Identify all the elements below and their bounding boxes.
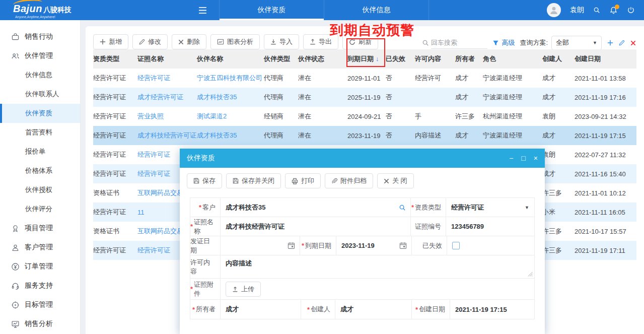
query-plan-select[interactable]: 全部 ▼ bbox=[551, 36, 602, 50]
qualification-type-select[interactable]: 经营许可证 ▼ bbox=[446, 198, 534, 217]
table-cell: 潜在 bbox=[298, 88, 347, 107]
table-cell: 代理商 bbox=[264, 69, 298, 88]
search-input[interactable] bbox=[431, 37, 487, 49]
customer-field[interactable]: 成才科技否35 bbox=[221, 198, 411, 217]
notifications-bell[interactable] bbox=[609, 6, 618, 15]
column-header[interactable]: 伙伴状态 bbox=[298, 49, 347, 69]
sidebar-item-14[interactable]: 目标管理 bbox=[0, 295, 80, 314]
sidebar-item-4[interactable]: 伙伴资质 bbox=[0, 104, 80, 123]
sidebar-item-label: 销售分析 bbox=[25, 319, 53, 328]
column-header[interactable]: 角色 bbox=[483, 49, 542, 69]
maximize-icon[interactable]: □ bbox=[521, 155, 525, 162]
column-header[interactable]: 资质类型 bbox=[93, 49, 137, 69]
calendar-icon[interactable] bbox=[288, 242, 295, 249]
global-search-icon[interactable] bbox=[593, 7, 600, 14]
column-header[interactable]: 所有者 bbox=[455, 49, 483, 69]
cert-name-field[interactable]: 成才科技经营许可证 bbox=[221, 217, 411, 236]
sidebar-item-13[interactable]: 服务支持 bbox=[0, 276, 80, 295]
sidebar-item-7[interactable]: 价格体系 bbox=[0, 161, 80, 180]
delete-query-plan-icon[interactable] bbox=[630, 40, 636, 46]
calendar-icon[interactable] bbox=[399, 242, 407, 249]
sidebar-item-0[interactable]: 销售行动 bbox=[0, 27, 80, 46]
table-cell: 成才 bbox=[455, 126, 483, 145]
table-row[interactable]: 经营许可证经营许可证宁波五四科技有限公司代理商潜在2029-11-01否经营许可… bbox=[93, 69, 636, 88]
column-header[interactable]: 证照名称 bbox=[137, 49, 197, 69]
table-row[interactable]: 经营许可证成才科技经营许可证成才科技否35代理商潜在2023-11-19否内容描… bbox=[93, 126, 636, 145]
table-cell bbox=[415, 88, 455, 107]
record-link[interactable]: 营业执照 bbox=[137, 107, 197, 126]
tab-partner-info[interactable]: 伙伴信息 bbox=[324, 0, 429, 20]
modal-button-1[interactable]: 保存并关闭 bbox=[226, 173, 281, 188]
expire-date-field[interactable]: 2023-11-19 bbox=[336, 236, 412, 255]
menu-toggle-icon[interactable] bbox=[198, 7, 207, 14]
navbar-right: 袁朗 bbox=[547, 3, 635, 17]
filter-funnel-icon[interactable] bbox=[492, 40, 499, 46]
advanced-search-link[interactable]: 高级 bbox=[502, 38, 515, 47]
record-link[interactable]: 宁波五四科技有限公司 bbox=[197, 69, 264, 88]
license-content-textarea[interactable]: 内容描述 bbox=[221, 255, 534, 278]
column-header[interactable]: 已失效 bbox=[386, 49, 415, 69]
table-cell: 代理商 bbox=[264, 88, 298, 107]
sidebar-item-15[interactable]: 销售分析 bbox=[0, 314, 80, 333]
modal-button-0[interactable]: 保存 bbox=[187, 173, 222, 188]
creator-field[interactable]: 成才 bbox=[335, 300, 412, 319]
table-row[interactable]: 经营许可证成才经营许可证成才科技否35代理商潜在2025-11-19否成才宁波渠… bbox=[93, 88, 636, 107]
toolbar-button-2[interactable]: 删除 bbox=[172, 34, 206, 49]
tab-partner-qualification[interactable]: 伙伴资质 bbox=[220, 0, 324, 20]
sidebar-item-6[interactable]: 报价单 bbox=[0, 142, 80, 161]
table-cell: 袁朗 bbox=[542, 145, 575, 164]
record-link[interactable]: 经营许可证 bbox=[137, 69, 197, 88]
record-link[interactable]: 成才科技否35 bbox=[197, 126, 264, 145]
modal-button-2[interactable]: 打印 bbox=[285, 173, 321, 188]
sidebar-item-5[interactable]: 首营资料 bbox=[0, 123, 80, 142]
record-link[interactable]: 成才科技经营许可证 bbox=[137, 126, 197, 145]
column-header[interactable]: 创建人 bbox=[542, 49, 575, 69]
sidebar-item-12[interactable]: 订单管理 bbox=[0, 257, 80, 276]
notification-badge bbox=[615, 5, 619, 9]
modal-titlebar[interactable]: 伙伴资质 − □ × bbox=[180, 149, 545, 168]
issue-date-field[interactable] bbox=[221, 236, 300, 255]
upload-button[interactable]: 上传 bbox=[226, 282, 261, 297]
sidebar-item-8[interactable]: 伙伴授权 bbox=[0, 180, 80, 199]
required-asterisk: * bbox=[411, 204, 414, 211]
close-icon[interactable]: × bbox=[534, 155, 538, 162]
add-query-plan-icon[interactable] bbox=[607, 40, 613, 46]
record-link[interactable]: 成才科技否35 bbox=[197, 88, 264, 107]
modal-button-4[interactable]: 关 闭 bbox=[377, 173, 414, 188]
sidebar-item-11[interactable]: 客户管理 bbox=[0, 238, 80, 257]
sidebar-item-3[interactable]: 伙伴联系人 bbox=[0, 85, 80, 104]
column-header[interactable]: 伙伴类型 bbox=[264, 49, 298, 69]
attachment-field: 上传 bbox=[221, 279, 534, 299]
toolbar-button-0[interactable]: 新增 bbox=[93, 34, 128, 49]
table-row[interactable]: 经营许可证营业执照测试渠道2经销商潜在2024-09-21否手许三多杭州渠道经理… bbox=[93, 107, 636, 126]
avatar[interactable] bbox=[547, 3, 561, 17]
column-header[interactable]: 许可内容 bbox=[415, 49, 455, 69]
field-label-created: *创建日期 bbox=[412, 300, 450, 319]
owner-field[interactable]: 成才 bbox=[221, 300, 301, 319]
cert-no-field[interactable]: 123456789 bbox=[446, 217, 534, 236]
query-plan-value: 全部 bbox=[556, 38, 569, 47]
toolbar-button-3[interactable]: 图表分析 bbox=[210, 34, 260, 49]
user-name[interactable]: 袁朗 bbox=[570, 6, 584, 15]
minimize-icon[interactable]: − bbox=[509, 155, 513, 162]
column-header[interactable]: 到期日期↓ bbox=[347, 49, 386, 69]
customer-lookup-icon[interactable] bbox=[399, 204, 406, 211]
bag-icon bbox=[11, 32, 20, 41]
edit-query-plan-icon[interactable] bbox=[619, 40, 625, 46]
sidebar-item-9[interactable]: 伙伴评分 bbox=[0, 199, 80, 219]
logout-power-icon[interactable] bbox=[627, 6, 635, 14]
sidebar-item-10[interactable]: 项目管理 bbox=[0, 219, 80, 238]
column-header[interactable]: 创建日期 bbox=[575, 49, 636, 69]
record-link[interactable]: 成才经营许可证 bbox=[137, 88, 197, 107]
sidebar-item-label: 销售行动 bbox=[25, 32, 53, 41]
sidebar-item-1[interactable]: 伙伴管理 bbox=[0, 46, 80, 65]
app-logo[interactable]: Bajun 八骏科技 Anyone,Anytime,Anywhere! bbox=[13, 2, 89, 19]
record-link[interactable]: 测试渠道2 bbox=[197, 107, 264, 126]
resize-handle-icon[interactable] bbox=[528, 272, 533, 277]
modal-button-3[interactable]: 附件归档 bbox=[325, 173, 373, 188]
toolbar-button-1[interactable]: 修改 bbox=[132, 34, 168, 49]
toolbar-button-4[interactable]: 导入 bbox=[264, 34, 299, 49]
sidebar-item-2[interactable]: 伙伴信息 bbox=[0, 65, 80, 85]
invalid-checkbox[interactable] bbox=[452, 242, 460, 249]
column-header[interactable]: 伙伴名称 bbox=[197, 49, 264, 69]
